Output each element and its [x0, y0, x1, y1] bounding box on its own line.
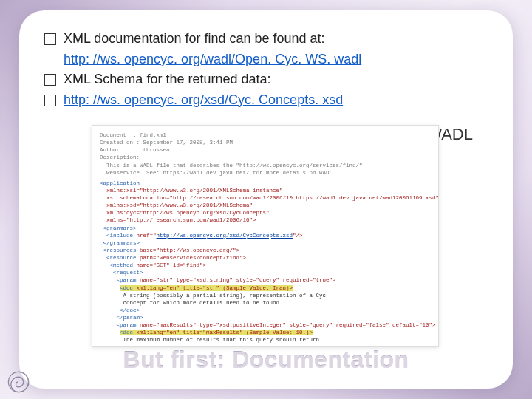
code-screenshot: Document : find.xml Created on : Septemb… [92, 125, 439, 347]
xsd-link[interactable]: http: //ws. opencyc. org/xsd/Cyc. Concep… [64, 91, 343, 110]
slide-title: But first: Documentation [19, 347, 513, 374]
slide-content: XML documentation for find can be found … [19, 10, 513, 109]
bullet-2-text: XML Schema for the returned data: [64, 70, 488, 89]
checkbox-icon [44, 95, 56, 106]
spiral-logo-icon [6, 369, 31, 395]
bullet-1-text: XML documentation for find can be found … [64, 30, 488, 49]
code-body: <application xmlns:xsi="http://www.w3.or… [100, 180, 431, 347]
checkbox-icon [44, 33, 56, 45]
bullet-1-link-row: http: //ws. opencyc. org/wadl/Open. Cyc.… [44, 50, 488, 69]
bullet-2: XML Schema for the returned data: [44, 70, 488, 89]
bullet-1: XML documentation for find can be found … [44, 30, 488, 49]
wadl-link[interactable]: http: //ws. opencyc. org/wadl/Open. Cyc.… [64, 50, 361, 69]
slide-card: XML documentation for find can be found … [19, 10, 513, 389]
bullet-3: http: //ws. opencyc. org/xsd/Cyc. Concep… [44, 91, 488, 110]
checkbox-icon [44, 74, 56, 86]
bullet-list: XML documentation for find can be found … [44, 30, 488, 109]
slide-stage: XML documentation for find can be found … [0, 0, 532, 399]
code-meta: Document : find.xml Created on : Septemb… [100, 132, 431, 177]
